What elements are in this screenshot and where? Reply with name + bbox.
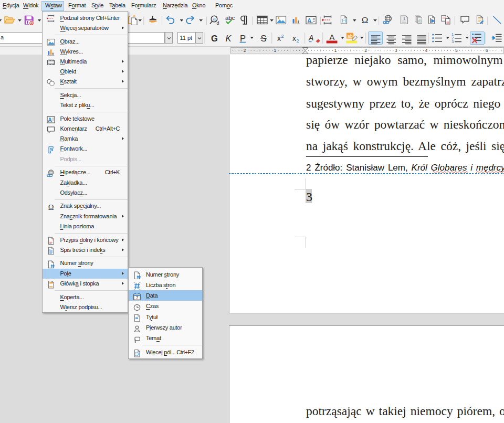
svg-text:6: 6 [486, 48, 488, 53]
svg-text:A: A [329, 33, 334, 41]
svg-text:A: A [308, 34, 313, 42]
svg-text:A: A [307, 17, 311, 24]
svg-text:3: 3 [452, 39, 454, 44]
svg-text:K: K [226, 34, 232, 43]
svg-text:(i): (i) [418, 19, 421, 23]
svg-text:3: 3 [395, 48, 397, 53]
svg-text:5: 5 [455, 48, 458, 53]
svg-text:2: 2 [364, 48, 367, 53]
svg-text:(-): (-) [342, 18, 346, 23]
svg-text:P: P [240, 34, 246, 43]
svg-text:ab: ab [347, 33, 352, 39]
svg-text:G: G [211, 34, 218, 43]
svg-text:4: 4 [425, 48, 427, 53]
svg-text:a: a [213, 16, 216, 22]
svg-text:7: 7 [136, 295, 139, 300]
svg-text:1: 1 [274, 48, 276, 53]
svg-text:x: x [292, 34, 296, 43]
svg-text:2: 2 [244, 48, 246, 53]
svg-text:Ω: Ω [362, 15, 368, 25]
svg-text:2: 2 [297, 38, 299, 44]
svg-text:1: 1 [403, 16, 405, 21]
svg-text:1: 1 [334, 48, 337, 53]
svg-text:abc: abc [225, 15, 235, 21]
svg-text:2: 2 [281, 34, 284, 39]
svg-text:x: x [277, 34, 281, 43]
svg-text:d: d [217, 20, 219, 26]
